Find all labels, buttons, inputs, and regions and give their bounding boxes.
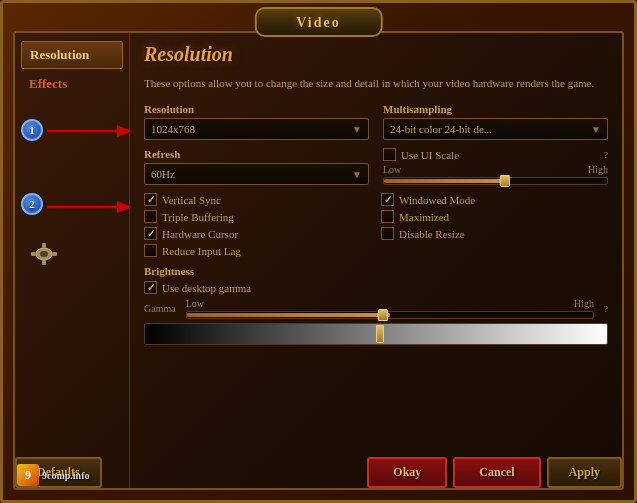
gamma-fill bbox=[187, 313, 390, 317]
checkbox-vertical-sync: Vertical Sync bbox=[144, 193, 371, 206]
multisampling-dropdown[interactable]: 24-bit color 24-bit de... ▼ bbox=[383, 118, 608, 140]
checkboxes-left-col: Vertical Sync Triple Buffering Hardware … bbox=[144, 193, 371, 257]
bottom-bar: Defaults Okay Cancel Apply bbox=[15, 457, 622, 488]
hardware-icon bbox=[29, 241, 123, 271]
gamma-thumb[interactable] bbox=[378, 309, 388, 321]
annotation-circle-1: 1 bbox=[21, 119, 43, 141]
svg-marker-1 bbox=[117, 125, 132, 137]
refresh-label: Refresh bbox=[144, 148, 369, 160]
watermark-icon: 9 bbox=[17, 464, 39, 486]
ui-scale-help-icon: ? bbox=[604, 150, 608, 160]
multisampling-group: Multisampling 24-bit color 24-bit de... … bbox=[383, 103, 608, 140]
ui-scale-group: Use UI Scale ? Low High bbox=[383, 148, 608, 185]
resolution-group: Resolution 1024x768 ▼ bbox=[144, 103, 369, 140]
arrow-2 bbox=[47, 193, 132, 221]
apply-button[interactable]: Apply bbox=[547, 457, 622, 488]
arrow-1 bbox=[47, 117, 132, 145]
gamma-slider-labels: Low High bbox=[186, 298, 594, 309]
gamma-slider-container: Low High bbox=[186, 298, 594, 319]
sidebar: Resolution Effects 1 bbox=[15, 33, 130, 488]
hardware-cursor-checkbox[interactable] bbox=[144, 227, 157, 240]
ui-scale-row: Use UI Scale ? bbox=[383, 148, 608, 161]
multisampling-label: Multisampling bbox=[383, 103, 608, 115]
gamma-track[interactable] bbox=[186, 311, 594, 319]
svg-point-5 bbox=[40, 251, 48, 257]
refresh-dropdown-arrow: ▼ bbox=[352, 169, 362, 180]
outer-frame: Video Resolution Effects 1 bbox=[0, 0, 637, 503]
triple-buffering-checkbox[interactable] bbox=[144, 210, 157, 223]
brightness-section: Brightness Use desktop gamma Gamma Low H… bbox=[144, 265, 608, 345]
reduce-input-lag-checkbox[interactable] bbox=[144, 244, 157, 257]
main-content: Resolution These options allow you to ch… bbox=[130, 33, 622, 488]
watermark-text: 9comp.info bbox=[42, 470, 90, 481]
ui-scale-fill bbox=[384, 179, 507, 183]
svg-rect-6 bbox=[42, 243, 46, 248]
brightness-title: Brightness bbox=[144, 265, 608, 277]
checkbox-triple-buffering: Triple Buffering bbox=[144, 210, 371, 223]
sidebar-item-resolution[interactable]: Resolution bbox=[21, 41, 123, 69]
desktop-gamma-row: Use desktop gamma bbox=[144, 281, 608, 294]
vertical-sync-checkbox[interactable] bbox=[144, 193, 157, 206]
brightness-thumb[interactable] bbox=[376, 325, 384, 343]
section-description: These options allow you to change the si… bbox=[144, 76, 608, 91]
svg-rect-8 bbox=[31, 252, 36, 256]
ui-scale-slider-labels: Low High bbox=[383, 164, 608, 175]
ui-scale-slider: Low High bbox=[383, 164, 608, 185]
checkbox-disable-resize: Disable Resize bbox=[381, 227, 608, 240]
ui-scale-track[interactable] bbox=[383, 177, 608, 185]
refresh-dropdown[interactable]: 60Hz ▼ bbox=[144, 163, 369, 185]
windowed-mode-checkbox[interactable] bbox=[381, 193, 394, 206]
checkbox-reduce-input-lag: Reduce Input Lag bbox=[144, 244, 371, 257]
resolution-label: Resolution bbox=[144, 103, 369, 115]
refresh-group: Refresh 60Hz ▼ bbox=[144, 148, 369, 185]
cancel-button[interactable]: Cancel bbox=[453, 457, 540, 488]
gamma-label: Gamma bbox=[144, 303, 176, 314]
ui-scale-checkbox[interactable] bbox=[383, 148, 396, 161]
ui-scale-thumb[interactable] bbox=[500, 175, 510, 187]
section-title: Resolution bbox=[144, 43, 608, 66]
dialog-title: Video bbox=[296, 15, 340, 30]
svg-rect-7 bbox=[42, 260, 46, 265]
dialog: Resolution Effects 1 bbox=[13, 31, 624, 490]
brightness-bar[interactable] bbox=[144, 323, 608, 345]
checkboxes-right-col: Windowed Mode Maximized Disable Resize bbox=[381, 193, 608, 240]
title-bar: Video bbox=[254, 7, 382, 37]
maximized-checkbox[interactable] bbox=[381, 210, 394, 223]
disable-resize-checkbox[interactable] bbox=[381, 227, 394, 240]
checkbox-hardware-cursor: Hardware Cursor bbox=[144, 227, 371, 240]
watermark: 9 9comp.info bbox=[17, 464, 90, 486]
checkbox-maximized: Maximized bbox=[381, 210, 608, 223]
checkboxes-grid: Vertical Sync Triple Buffering Hardware … bbox=[144, 193, 608, 257]
gamma-slider-row: Gamma Low High ? bbox=[144, 298, 608, 319]
action-buttons: Okay Cancel Apply bbox=[367, 457, 622, 488]
sidebar-item-effects[interactable]: Effects bbox=[21, 71, 123, 97]
annotation-circle-2: 2 bbox=[21, 193, 43, 215]
multisampling-dropdown-arrow: ▼ bbox=[591, 124, 601, 135]
svg-marker-3 bbox=[117, 201, 132, 213]
resolution-row: Resolution 1024x768 ▼ Multisampling 24-b… bbox=[144, 103, 608, 140]
resolution-dropdown-arrow: ▼ bbox=[352, 124, 362, 135]
desktop-gamma-checkbox[interactable] bbox=[144, 281, 157, 294]
gamma-help-icon: ? bbox=[604, 304, 608, 314]
refresh-row: Refresh 60Hz ▼ Use UI Scale ? Low bbox=[144, 148, 608, 185]
resolution-dropdown[interactable]: 1024x768 ▼ bbox=[144, 118, 369, 140]
svg-rect-9 bbox=[52, 252, 57, 256]
checkbox-windowed-mode: Windowed Mode bbox=[381, 193, 608, 206]
okay-button[interactable]: Okay bbox=[367, 457, 447, 488]
